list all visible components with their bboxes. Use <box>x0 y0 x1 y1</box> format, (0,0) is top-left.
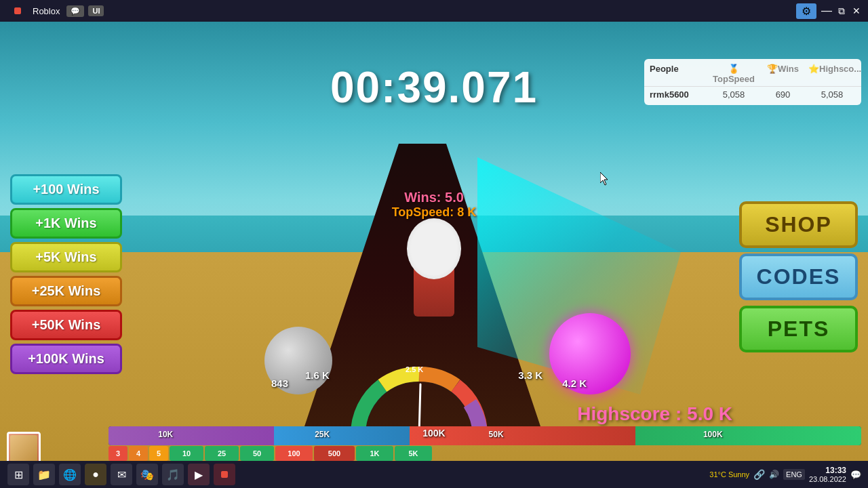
volume-icon[interactable]: 🔊 <box>769 470 779 479</box>
badge-3: 3 <box>108 446 127 461</box>
start-button[interactable]: ⊞ <box>7 464 29 485</box>
speed-3-3k: 3.3 K <box>518 369 542 381</box>
leaderboard-header: People 🏅TopSpeed 🏆Wins ⭐Highsco... <box>644 62 861 87</box>
email-icon[interactable]: ✉ <box>111 464 132 485</box>
clock-time: 13:33 <box>809 466 846 475</box>
right-action-buttons: SHOP CODES PETS <box>739 201 858 352</box>
badge-4: 4 <box>129 446 148 461</box>
lb-highscore-0: 5,058 <box>808 89 856 100</box>
chrome-icon[interactable]: ● <box>85 464 106 485</box>
roblox-taskbar-icon[interactable] <box>214 464 235 485</box>
progress-label-100k: 100K <box>703 430 723 439</box>
titlebar-title: Roblox <box>33 6 60 16</box>
app-icon-2[interactable]: 🎵 <box>162 464 184 485</box>
progress-100k: 100K <box>635 426 861 445</box>
speed-1-6k: 1.6 K <box>305 369 330 381</box>
progress-10k: 10K <box>108 426 274 445</box>
lb-header-wins: 🏆Wins <box>764 64 802 84</box>
badge-25: 25 <box>205 446 239 461</box>
game-timer: 00:39.071 <box>330 62 538 113</box>
badge-row: 3 4 5 10 25 50 100 500 1K 5K <box>108 446 861 461</box>
speed-4-2k: 4.2 K <box>562 378 587 389</box>
badge-50: 50 <box>240 446 274 461</box>
badge-1k: 1K <box>356 446 393 461</box>
pets-button[interactable]: PETS <box>739 306 858 352</box>
maximize-btn[interactable]: ⧉ <box>837 6 846 16</box>
taskbar: ⊞ 📁 🌐 ● ✉ 🎭 🎵 ▶ 31°C Sunny 🔗 🔊 ENG 13:33… <box>0 461 868 488</box>
svg-text:2.5 K: 2.5 K <box>406 365 423 373</box>
roblox-icon[interactable] <box>7 0 28 22</box>
close-btn[interactable]: ✕ <box>852 6 861 16</box>
lb-header-highscore: ⭐Highsco... <box>808 64 856 84</box>
avatar-image <box>10 435 37 462</box>
leaderboard-panel: People 🏅TopSpeed 🏆Wins ⭐Highsco... rrmk5… <box>644 59 861 105</box>
lb-header-people: People <box>650 64 703 84</box>
ui-icon-btn[interactable]: UI <box>88 5 104 16</box>
wins-overlay: Wins: 5.0 TopSpeed: 8 K <box>392 190 477 220</box>
wins-line1: Wins: 5.0 <box>392 190 477 205</box>
progress-label-25k: 25K <box>315 430 330 439</box>
weather-status: 31°C Sunny <box>709 470 749 479</box>
btn-1kwins[interactable]: +1K Wins <box>10 208 122 239</box>
network-icon[interactable]: 🔗 <box>753 469 765 480</box>
speed-843: 843 <box>271 378 288 389</box>
badge-5: 5 <box>149 446 168 461</box>
notifications-icon[interactable]: 💬 <box>850 470 861 480</box>
app-icon-3[interactable]: ▶ <box>188 464 210 485</box>
btn-100kwins[interactable]: +100K Wins <box>10 344 122 374</box>
progress-label-10k: 10K <box>158 430 173 439</box>
language-indicator[interactable]: ENG <box>783 469 805 480</box>
taskbar-clock: 13:33 23.08.2022 <box>809 466 846 483</box>
lb-header-topspeed: 🏅TopSpeed <box>710 64 757 84</box>
lb-topspeed-0: 5,058 <box>710 89 757 100</box>
chat-icon-btn[interactable]: 💬 <box>66 5 84 17</box>
wins-line2: TopSpeed: 8 K <box>392 205 477 220</box>
edge-browser-icon[interactable]: 🌐 <box>59 464 81 485</box>
progress-bar-container: 10K 25K 50K 100K <box>108 426 861 445</box>
shop-button[interactable]: SHOP <box>739 201 858 248</box>
file-explorer-icon[interactable]: 📁 <box>33 464 55 485</box>
highscore-display: Highscore : 5.0 K <box>577 403 732 425</box>
badge-5k: 5K <box>395 446 432 461</box>
titlebar-controls: ⚙ — ⧉ ✕ <box>796 0 861 22</box>
badge-100: 100 <box>275 446 313 461</box>
badge-500: 500 <box>314 446 355 461</box>
minimize-btn[interactable]: — <box>822 6 831 16</box>
btn-25kwins[interactable]: +25K Wins <box>10 276 122 306</box>
progress-bar-bg: 10K 25K 50K 100K <box>108 426 861 445</box>
speed-100k: 100K <box>422 428 445 439</box>
btn-100wins[interactable]: +100 Wins <box>10 174 122 205</box>
btn-50kwins[interactable]: +50K Wins <box>10 310 122 340</box>
pink-ball <box>549 313 631 394</box>
codes-button[interactable]: CODES <box>739 253 858 300</box>
character-head <box>407 218 461 279</box>
lb-wins-0: 690 <box>764 89 802 100</box>
game-container: 00:39.071 Wins: 5.0 TopSpeed: 8 K +100 W… <box>0 22 868 483</box>
clock-date: 23.08.2022 <box>809 475 846 483</box>
badge-10: 10 <box>170 446 203 461</box>
taskbar-right: 31°C Sunny 🔗 🔊 ENG 13:33 23.08.2022 💬 <box>709 466 861 483</box>
svg-rect-0 <box>14 7 21 14</box>
svg-rect-6 <box>221 471 228 478</box>
progress-label-50k: 50K <box>489 430 504 439</box>
app-icon-1[interactable]: 🎭 <box>136 464 158 485</box>
btn-5kwins[interactable]: +5K Wins <box>10 242 122 272</box>
progress-25k: 25K <box>274 426 410 445</box>
win-buttons-panel: +100 Wins +1K Wins +5K Wins +25K Wins +5… <box>10 174 122 374</box>
lb-name-0: rrmk5600 <box>650 89 703 100</box>
settings-btn[interactable]: ⚙ <box>796 3 816 19</box>
lb-row-0: rrmk5600 5,058 690 5,058 <box>644 87 861 102</box>
titlebar: Roblox 💬 UI ⚙ — ⧉ ✕ <box>0 0 868 22</box>
